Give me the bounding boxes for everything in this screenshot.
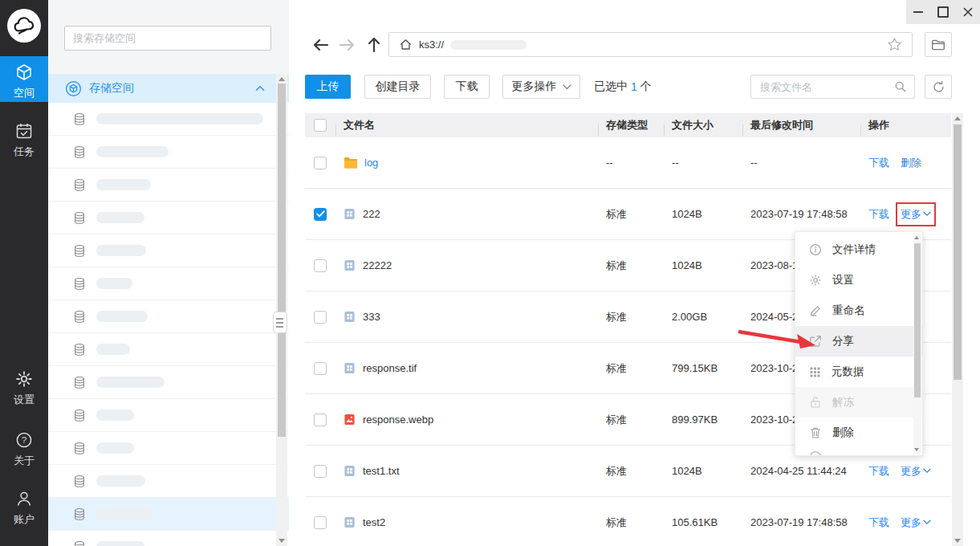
gear-icon xyxy=(809,274,822,287)
bucket-panel-scrollbar[interactable] xyxy=(276,74,287,546)
bucket-item[interactable] xyxy=(48,300,289,333)
favorite-star-icon[interactable] xyxy=(887,37,902,52)
table-row: test2标准105.61KB2023-07-19 17:48:58下载更多 xyxy=(305,497,951,546)
sidebar-item-tasks[interactable]: 任务 xyxy=(0,115,48,161)
close-button[interactable] xyxy=(955,0,980,24)
panel-collapse-handle[interactable] xyxy=(273,312,287,333)
scroll-up-arrow-icon[interactable] xyxy=(914,236,919,239)
scroll-down-arrow-icon[interactable] xyxy=(954,539,961,543)
row-action-more[interactable]: 更多 xyxy=(901,464,931,479)
menu-item-gear[interactable]: 设置 xyxy=(795,265,922,295)
cloud-logo-icon xyxy=(12,15,36,36)
back-button[interactable] xyxy=(311,35,331,55)
sidebar-item-account[interactable]: 账户 xyxy=(0,483,48,528)
modified-time: 2023-07-19 17:48:58 xyxy=(742,208,860,220)
scrollbar-thumb[interactable] xyxy=(914,243,921,397)
gear-icon xyxy=(15,370,33,388)
row-checkbox[interactable] xyxy=(314,157,327,169)
share-icon xyxy=(809,335,822,348)
bucket-item[interactable] xyxy=(48,234,289,267)
row-checkbox[interactable] xyxy=(314,516,327,529)
menu-scrollbar[interactable] xyxy=(913,234,921,454)
chevron-up-icon[interactable] xyxy=(255,85,265,92)
menu-item-trash[interactable]: 删除 xyxy=(795,418,922,448)
menu-item-share[interactable]: 分享 xyxy=(795,326,922,357)
maximize-button[interactable] xyxy=(931,0,956,24)
bucket-item[interactable] xyxy=(48,432,289,465)
row-checkbox[interactable] xyxy=(314,362,327,375)
row-action-download[interactable]: 下载 xyxy=(868,156,889,170)
file-icon xyxy=(344,362,356,374)
row-checkbox[interactable] xyxy=(314,414,327,426)
row-action-download[interactable]: 下载 xyxy=(868,464,889,479)
chevron-down-icon xyxy=(923,211,931,217)
scroll-down-arrow-icon[interactable] xyxy=(914,448,919,451)
unlock-icon xyxy=(809,396,822,409)
bucket-section-header[interactable]: 存储空间 xyxy=(48,74,289,103)
scrollbar-thumb[interactable] xyxy=(278,84,286,437)
bucket-item[interactable] xyxy=(48,465,289,498)
more-operations-button[interactable]: 更多操作 xyxy=(502,75,580,99)
forward-button[interactable] xyxy=(337,35,356,55)
menu-item-grid[interactable]: 元数据 xyxy=(795,357,922,387)
storage-type: 标准 xyxy=(598,310,664,324)
storage-type: -- xyxy=(598,157,664,169)
svg-text:?: ? xyxy=(22,435,26,445)
up-button[interactable] xyxy=(364,35,384,55)
file-size: 1024B xyxy=(664,259,742,271)
select-all-checkbox[interactable] xyxy=(314,119,327,132)
bucket-item[interactable] xyxy=(48,169,289,202)
chevron-down-icon xyxy=(563,84,571,90)
refresh-button[interactable] xyxy=(925,75,952,99)
refresh-icon xyxy=(932,80,945,94)
minimize-button[interactable] xyxy=(906,0,931,24)
column-header-storage-type: 存储类型 xyxy=(598,118,664,132)
bucket-search-input[interactable] xyxy=(64,26,271,51)
bucket-item[interactable] xyxy=(48,498,289,531)
bucket-icon xyxy=(73,442,86,455)
table-scrollbar[interactable] xyxy=(952,113,963,546)
bucket-item[interactable] xyxy=(48,333,289,366)
row-action-more[interactable]: 更多 xyxy=(901,207,931,222)
redacted-bucket-name xyxy=(96,344,130,355)
bucket-item[interactable] xyxy=(48,267,289,300)
storage-type: 标准 xyxy=(598,259,664,273)
sidebar-item-about[interactable]: ? 关于 xyxy=(0,424,48,469)
menu-item-info[interactable]: 文件详情 xyxy=(795,234,922,265)
address-bar[interactable]: ks3:// xyxy=(388,32,913,57)
bucket-item[interactable] xyxy=(48,103,289,136)
file-search-input[interactable] xyxy=(758,80,889,94)
row-checkbox[interactable] xyxy=(314,465,327,478)
sidebar-item-settings[interactable]: 设置 xyxy=(0,363,48,408)
scroll-down-arrow-icon[interactable] xyxy=(279,539,285,543)
file-name: 222 xyxy=(363,208,380,220)
row-action-download[interactable]: 下载 xyxy=(868,515,889,530)
bucket-item[interactable] xyxy=(48,366,289,399)
app-logo xyxy=(7,9,41,43)
file-name: 22222 xyxy=(363,259,392,271)
row-checkbox[interactable] xyxy=(314,311,327,324)
row-actions: 下载更多 xyxy=(860,515,951,530)
storage-type: 标准 xyxy=(598,207,664,222)
scroll-up-arrow-icon[interactable] xyxy=(954,116,961,120)
menu-item-label: 分享 xyxy=(832,334,854,348)
upload-button[interactable]: 上传 xyxy=(305,75,351,99)
create-directory-button[interactable]: 创建目录 xyxy=(364,75,431,99)
download-button[interactable]: 下载 xyxy=(444,75,490,99)
scrollbar-thumb[interactable] xyxy=(954,124,962,380)
open-folder-button[interactable] xyxy=(925,32,952,57)
row-checkbox[interactable] xyxy=(314,259,327,272)
file-name[interactable]: log xyxy=(364,157,378,169)
bucket-item[interactable] xyxy=(48,136,289,169)
bucket-item[interactable] xyxy=(48,202,289,234)
bucket-item[interactable] xyxy=(48,399,289,432)
row-action-download[interactable]: 下载 xyxy=(868,207,889,222)
bucket-item[interactable] xyxy=(48,531,289,546)
row-action-more[interactable]: 更多 xyxy=(901,515,931,530)
menu-item-pencil[interactable]: 重命名 xyxy=(795,295,922,326)
question-icon: ? xyxy=(15,431,33,449)
row-action-delete[interactable]: 删除 xyxy=(901,156,921,170)
scroll-up-arrow-icon[interactable] xyxy=(279,77,285,81)
row-checkbox[interactable] xyxy=(314,208,327,221)
sidebar-item-space[interactable]: 空间 xyxy=(0,56,48,102)
